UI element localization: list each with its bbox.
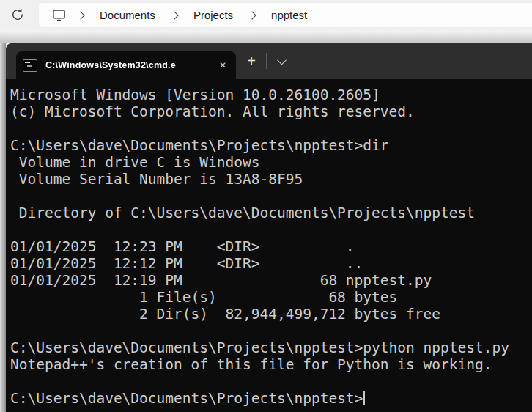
new-tab-button[interactable]: + [240, 51, 262, 71]
terminal-prompt: C:\Users\dave\Documents\Projects\npptest… [10, 390, 363, 407]
refresh-button[interactable] [7, 6, 29, 26]
tab-dropdown-button[interactable] [270, 51, 292, 71]
tab-title: C:\Windows\System32\cmd.e [45, 60, 215, 70]
terminal-tab-bar: C:\Windows\System32\cmd.e ✕ + [6, 43, 532, 79]
breadcrumb-item-documents[interactable]: Documents [95, 6, 160, 24]
breadcrumb-chevron-icon[interactable] [170, 11, 178, 19]
background-left-strip [0, 43, 6, 412]
chevron-down-icon [277, 56, 287, 65]
address-field[interactable]: Documents Projects npptest [38, 2, 532, 28]
explorer-address-bar: Documents Projects npptest [0, 0, 532, 31]
screen: Documents Projects npptest C:\Windows\Sy… [0, 0, 532, 412]
cmd-icon [23, 59, 37, 72]
tab-cmd[interactable]: C:\Windows\System32\cmd.e ✕ [16, 51, 236, 79]
text-cursor [363, 391, 365, 405]
terminal-output-area[interactable]: Microsoft Windows [Version 10.0.26100.26… [6, 79, 532, 412]
window-edge-strip [0, 31, 532, 43]
breadcrumb-item-npptest[interactable]: npptest [267, 6, 311, 24]
tab-bar-divider [266, 53, 267, 69]
monitor-icon[interactable] [52, 8, 66, 22]
breadcrumb-chevron-icon[interactable] [248, 11, 256, 19]
terminal-output-text: Microsoft Windows [Version 10.0.26100.26… [10, 87, 532, 373]
breadcrumb-chevron-icon[interactable] [76, 11, 84, 19]
terminal-prompt-row: C:\Users\dave\Documents\Projects\npptest… [10, 390, 532, 407]
close-tab-icon[interactable]: ✕ [215, 59, 230, 72]
refresh-icon [11, 8, 24, 23]
breadcrumb-item-projects[interactable]: Projects [189, 6, 237, 24]
terminal-window: C:\Windows\System32\cmd.e ✕ + Microsoft … [6, 43, 532, 412]
